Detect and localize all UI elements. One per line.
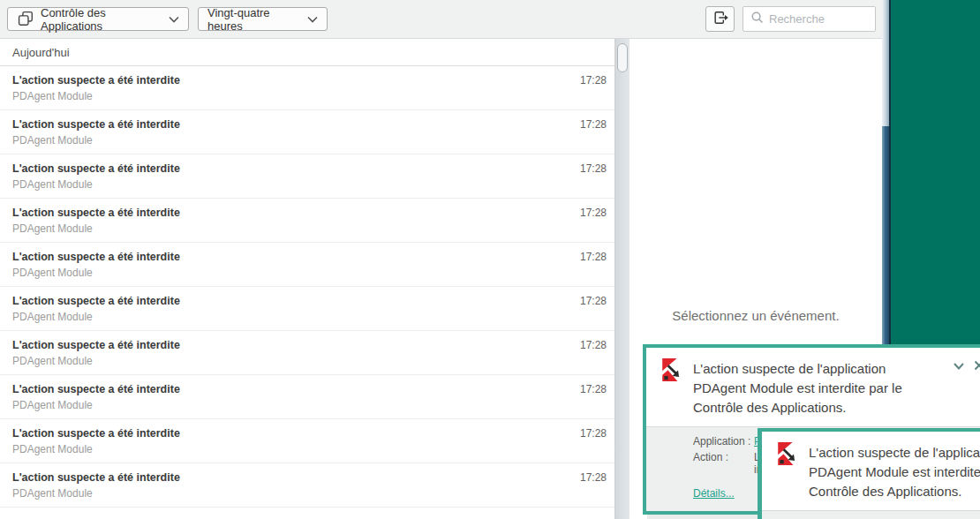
event-subtitle: PDAgent Module: [12, 178, 93, 191]
event-list: Aujourd'hui L'action suspecte a été inte…: [0, 39, 614, 519]
event-time: 17:28: [580, 383, 607, 395]
event-subtitle: PDAgent Module: [12, 267, 93, 279]
event-subtitle: PDAgent Module: [12, 222, 93, 235]
notification-behind: [647, 515, 758, 519]
event-time: 17:28: [580, 74, 607, 86]
event-subtitle: PDAgent Module: [12, 311, 93, 323]
close-icon[interactable]: [974, 358, 980, 374]
event-time: 17:28: [580, 471, 607, 484]
notification-toast[interactable]: L'action suspecte de l'application PDAge…: [758, 428, 980, 519]
application-label: Application :: [693, 435, 754, 448]
event-title: L'action suspecte a été interdite: [12, 471, 180, 484]
event-rows: L'action suspecte a été interditePDAgent…: [0, 66, 614, 508]
event-time: 17:28: [580, 251, 607, 263]
search-icon: [750, 11, 764, 27]
event-row[interactable]: L'action suspecte a été interditePDAgent…: [0, 154, 614, 199]
event-subtitle: PDAgent Module: [12, 134, 93, 147]
event-subtitle: PDAgent Module: [12, 355, 93, 367]
collapse-icon[interactable]: [953, 358, 965, 374]
event-title: L'action suspecte a été interdite: [12, 251, 180, 263]
event-title: L'action suspecte a été interdite: [12, 295, 180, 307]
group-header: Aujourd'hui: [0, 39, 614, 66]
chevron-down-icon: [169, 12, 179, 26]
event-title: L'action suspecte a été interdite: [12, 207, 180, 219]
notification-message: L'action suspecte de l'application PDAge…: [693, 359, 924, 417]
event-title: L'action suspecte a été interdite: [12, 162, 180, 175]
action-label: Action :: [693, 451, 754, 476]
event-row[interactable]: L'action suspecte a été interditePDAgent…: [0, 463, 614, 508]
event-row[interactable]: L'action suspecte a été interditePDAgent…: [0, 66, 614, 110]
event-row[interactable]: L'action suspecte a été interditePDAgent…: [0, 110, 614, 154]
event-subtitle: PDAgent Module: [12, 399, 93, 411]
event-row[interactable]: L'action suspecte a été interditePDAgent…: [0, 287, 614, 331]
event-subtitle: PDAgent Module: [12, 487, 93, 500]
toolbar: Contrôle des Applications Vingt-quatre h…: [0, 0, 882, 39]
event-row[interactable]: L'action suspecte a été interditePDAgent…: [0, 419, 614, 463]
notification-details-section: [762, 510, 980, 519]
list-scrollbar[interactable]: [614, 39, 629, 519]
event-title: L'action suspecte a été interdite: [12, 74, 180, 86]
notification-message: L'action suspecte de l'application PDAge…: [809, 443, 980, 501]
apps-icon: [17, 10, 34, 29]
period-dropdown-label: Vingt-quatre heures: [207, 6, 295, 33]
event-title: L'action suspecte a été interdite: [12, 339, 180, 351]
event-subtitle: PDAgent Module: [12, 90, 93, 102]
list-scrollbar-thumb[interactable]: [617, 43, 628, 72]
event-time: 17:28: [580, 427, 607, 440]
event-row[interactable]: L'action suspecte a été interditePDAgent…: [0, 375, 614, 419]
event-title: L'action suspecte a été interdite: [12, 118, 180, 131]
export-button[interactable]: [705, 6, 735, 32]
event-title: L'action suspecte a été interdite: [12, 427, 180, 440]
search-input[interactable]: [769, 12, 924, 26]
kaspersky-logo-icon: [660, 357, 684, 382]
chevron-down-icon: [307, 12, 318, 26]
search-box[interactable]: [743, 6, 876, 32]
event-title: L'action suspecte a été interdite: [12, 383, 180, 395]
details-link[interactable]: Détails...: [693, 487, 735, 500]
event-row[interactable]: L'action suspecte a été interditePDAgent…: [0, 199, 614, 243]
kaspersky-logo-icon: [775, 441, 800, 466]
event-time: 17:28: [580, 295, 607, 307]
event-time: 17:28: [580, 118, 607, 131]
event-time: 17:28: [580, 162, 607, 175]
filter-dropdown[interactable]: Contrôle des Applications: [7, 7, 189, 31]
event-row[interactable]: L'action suspecte a été interditePDAgent…: [0, 243, 614, 287]
empty-selection-message: Sélectionnez un événement.: [629, 308, 882, 323]
filter-dropdown-label: Contrôle des Applications: [41, 6, 156, 33]
event-time: 17:28: [580, 207, 607, 219]
event-row[interactable]: L'action suspecte a été interditePDAgent…: [0, 331, 614, 375]
period-dropdown[interactable]: Vingt-quatre heures: [198, 7, 328, 31]
event-subtitle: PDAgent Module: [12, 443, 93, 455]
event-time: 17:28: [580, 339, 607, 351]
export-icon: [712, 9, 729, 30]
